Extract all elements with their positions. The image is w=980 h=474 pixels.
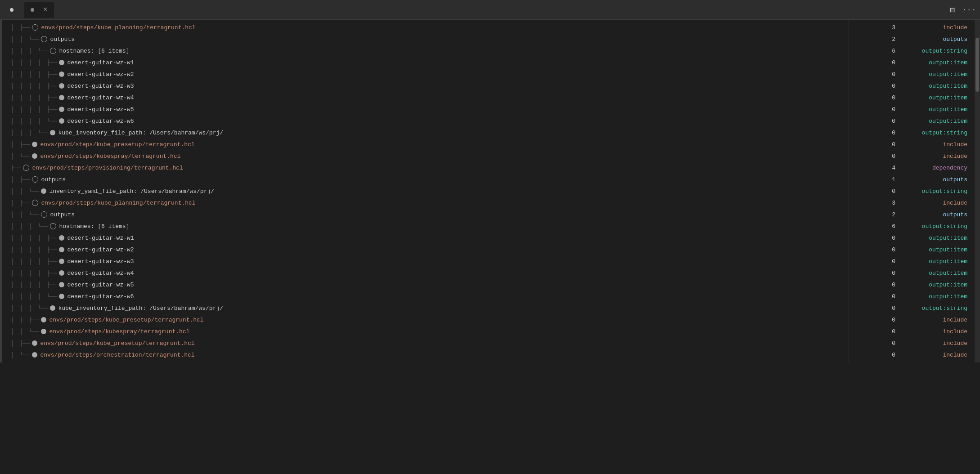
tree-row[interactable]: ││││├──desert-guitar-wz-w2 [2,68,849,80]
tree-row[interactable]: ││││├──desert-guitar-wz-w4 [2,267,849,279]
tree-row[interactable]: ││││├──desert-guitar-wz-w1 [2,232,849,244]
tree-row[interactable]: ││││├──desert-guitar-wz-w1 [2,57,849,68]
tree-connector: └── [29,328,39,335]
dependency-count: 0 [882,258,895,265]
tree-row[interactable]: ││└──envs/prod/steps/kubespray/terragrun… [2,326,849,337]
tree-connector: └── [38,48,48,54]
node-label: outputs [50,36,75,43]
tree-row[interactable]: │├──envs/prod/steps/kube_presetup/terrag… [2,139,849,150]
tree-row[interactable]: │├──envs/prod/steps/kube_planning/terrag… [2,197,849,209]
node-type: output:item [913,59,967,66]
indent-2: │ [20,71,29,78]
node-circle-filled [41,317,46,322]
tree-row[interactable]: │││└──kube_inventory_file_path: /Users/b… [2,302,849,314]
right-row: 0include [849,326,975,337]
close-icon[interactable]: × [43,6,48,14]
node-type: include [913,328,967,335]
tab-tree-dot [31,8,34,12]
dependency-count: 0 [882,317,895,323]
indent-4: │ [38,258,47,265]
dependency-count: 0 [882,270,895,277]
node-circle-filled [32,153,37,159]
tree-row[interactable]: ││└──inventory_yaml_file_path: /Users/ba… [2,185,849,197]
tab-tree[interactable]: × [24,2,54,18]
tree-row[interactable]: ││││├──desert-guitar-wz-w3 [2,255,849,267]
indent-3: │ [29,293,38,300]
scrollbar-track[interactable] [975,20,980,362]
tree-panel[interactable]: │├──envs/prod/steps/kube_planning/terrag… [2,20,849,362]
indent-1: │ [11,305,20,312]
tree-row[interactable]: ││││├──desert-guitar-wz-w5 [2,279,849,291]
tree-row[interactable]: │││└──hostnames: [6 items] [2,45,849,57]
main-content: │├──envs/prod/steps/kube_planning/terrag… [0,20,980,362]
tree-connector: └── [38,130,48,136]
scrollbar-thumb[interactable] [976,38,979,92]
tree-row[interactable]: ││││├──desert-guitar-wz-w5 [2,103,849,115]
tree-row[interactable]: ││├──envs/prod/steps/kube_presetup/terra… [2,314,849,326]
dependency-count: 0 [882,106,895,113]
node-circle-filled [59,259,64,264]
node-label: envs/prod/steps/kubespray/terragrunt.hcl [49,328,189,335]
dependency-count: 0 [882,141,895,148]
tree-connector: ├── [47,106,57,113]
node-label: envs/prod/steps/kube_planning/terragrunt… [41,200,195,206]
more-actions-icon[interactable]: ··· [962,6,976,14]
tree-connector: ├── [20,141,30,148]
right-row: 0output:item [849,291,975,302]
node-type: include [913,24,967,31]
indent-3: │ [29,48,38,54]
tree-row[interactable]: │││└──hostnames: [6 items] [2,220,849,232]
indent-3: │ [29,282,38,288]
tree-row[interactable]: ││└──outputs [2,33,849,45]
node-circle-open [32,176,38,183]
dependency-count: 0 [882,305,895,312]
tree-connector: └── [20,352,30,358]
tree-row[interactable]: ││││├──desert-guitar-wz-w2 [2,244,849,255]
split-editor-icon[interactable]: ⊟ [950,5,955,15]
tab-hcl[interactable] [4,2,23,18]
node-circle-filled [59,294,64,299]
node-type: include [913,153,967,160]
tree-row[interactable]: │├──envs/prod/steps/kube_planning/terrag… [2,22,849,33]
tree-row[interactable]: │││└──kube_inventory_file_path: /Users/b… [2,127,849,139]
indent-1: │ [11,317,20,323]
right-row: 1outputs [849,174,975,185]
dependency-count: 3 [882,24,895,31]
indent-1: │ [11,24,20,31]
tree-row[interactable]: ││││├──desert-guitar-wz-w3 [2,80,849,92]
tree-row[interactable]: │├──outputs [2,174,849,185]
indent-1: │ [11,94,20,101]
node-circle-filled [59,118,64,124]
right-row: 6output:string [849,220,975,232]
indent-2: │ [20,106,29,113]
dependency-count: 1 [882,176,895,183]
tree-connector: └── [29,188,39,195]
node-label: desert-guitar-wz-w6 [67,293,134,300]
node-circle-filled [32,142,37,147]
indent-1: │ [11,352,20,358]
node-type: output:string [913,305,967,312]
node-circle-filled [50,130,55,135]
indent-4: │ [38,293,47,300]
tree-row[interactable]: │└──envs/prod/steps/orchestration/terrag… [2,349,849,361]
dependency-count: 6 [882,48,895,54]
tree-connector: ├── [47,282,57,288]
indent-2: │ [20,94,29,101]
indent-1: │ [11,328,20,335]
indent-2: │ [20,48,29,54]
tree-connector: ├── [20,24,30,31]
tree-row[interactable]: │├──envs/prod/steps/kube_presetup/terrag… [2,337,849,349]
tree-row[interactable]: ││││└──desert-guitar-wz-w6 [2,291,849,302]
tree-row[interactable]: ││││├──desert-guitar-wz-w4 [2,92,849,103]
indent-1: │ [11,59,20,66]
tree-row[interactable]: ├──envs/prod/steps/provisioning/terragru… [2,162,849,174]
tree-row[interactable]: ││││└──desert-guitar-wz-w6 [2,115,849,127]
tab-bar: × ⊟ ··· [0,0,980,20]
indent-3: │ [29,130,38,136]
tree-connector: └── [38,223,48,230]
tree-row[interactable]: │└──envs/prod/steps/kubespray/terragrunt… [2,150,849,162]
dependency-count: 0 [882,59,895,66]
node-type: output:string [913,48,967,54]
tree-row[interactable]: ││└──outputs [2,209,849,220]
node-circle-open [50,48,56,54]
